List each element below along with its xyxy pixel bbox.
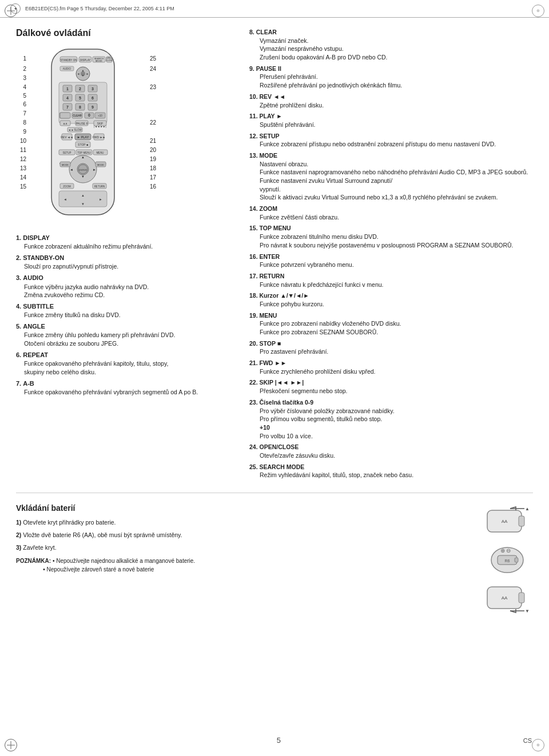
remote-wrapper: 1 2 3 4 5 6 7 8 9 10 11 12 13 14 15 — [16, 46, 233, 225]
svg-text:▲: ▲ — [525, 506, 530, 511]
svg-text:► PLAY: ► PLAY — [77, 135, 89, 139]
language-code: CS — [523, 737, 532, 744]
svg-text:PAUSE II: PAUSE II — [76, 122, 88, 125]
battery-section: Vkládání baterií 1) Otevřete kryt přihrá… — [16, 493, 533, 614]
svg-text:RETURN: RETURN — [94, 185, 105, 188]
svg-text:A-B: A-B — [63, 122, 67, 125]
corner-top-left — [5, 5, 17, 17]
right-desc-18: 18. Kurzor ▲/▼/◄/► Funkce pohybu kurzoru… — [249, 291, 533, 308]
svg-text:SETUP: SETUP — [62, 151, 71, 154]
svg-text:AUDIO: AUDIO — [63, 67, 71, 70]
svg-rect-95 — [519, 516, 524, 526]
svg-text:6: 6 — [92, 96, 94, 100]
page-number: 5 — [277, 736, 281, 745]
svg-text:8: 8 — [79, 105, 81, 109]
label-18: 18 — [150, 164, 161, 173]
label-5: 5 — [16, 91, 26, 100]
right-column: 8. CLEAR Vymazání značek.Vymazání nesprá… — [233, 28, 533, 482]
svg-text:AA: AA — [502, 519, 508, 524]
desc-item-7: 7. A-B Funkce opakovaného přehrávání vyb… — [16, 379, 233, 397]
battery-step-1: 1) Otevřete kryt přihrádky pro baterie. — [16, 518, 464, 527]
remote-illustration: STANDBY ON DISPLAY SEARCH MODE OPEN CLOS… — [29, 46, 149, 225]
svg-text:0: 0 — [88, 113, 90, 117]
left-desc-list: 1. DISPLAY Funkce zobrazení aktuálního r… — [16, 234, 233, 397]
svg-text:◄: ◄ — [63, 198, 67, 201]
svg-text:|◄◄  ►►|: |◄◄ ►►| — [94, 125, 106, 128]
svg-text:R6: R6 — [505, 559, 510, 563]
battery-images: AA ▲ R6 ⊕ ⊖ AA ▼ — [482, 503, 533, 614]
right-desc-25: 25. SEARCH MODE Režim vyhledávání kapito… — [249, 463, 533, 479]
right-desc-10: 10. REV ◄◄ Zpětné prohlížení disku. — [249, 93, 533, 109]
label-11: 11 — [16, 146, 26, 155]
svg-text:4: 4 — [66, 96, 69, 100]
svg-text:▼: ▼ — [81, 202, 85, 206]
label-15: 15 — [16, 182, 26, 191]
svg-text:⊕ ⊖: ⊕ ⊖ — [500, 547, 511, 554]
svg-text:FWD ►►: FWD ►► — [93, 135, 106, 139]
label-spacer4 — [150, 109, 161, 118]
right-desc-9: 9. PAUSE II Přerušení přehrávání.Rozšíře… — [249, 65, 533, 90]
right-desc-14: 14. ZOOM Funkce zvětšení části obrazu. — [249, 205, 533, 221]
label-9: 9 — [16, 127, 26, 137]
label-7: 7 — [16, 109, 26, 118]
svg-text:MODE: MODE — [62, 163, 69, 166]
section-title: Dálkové ovládání — [16, 28, 233, 38]
left-number-labels: 1 2 3 4 5 6 7 8 9 10 11 12 13 14 15 — [16, 51, 26, 191]
svg-rect-46 — [60, 113, 70, 118]
svg-text:►: ► — [86, 72, 89, 75]
battery-note: POZNÁMKA: • Nepoužívejte najednou alkali… — [16, 557, 464, 574]
label-23: 23 — [150, 83, 161, 91]
svg-text:REV ◄◄: REV ◄◄ — [61, 135, 73, 139]
label-24: 24 — [150, 65, 161, 74]
label-16: 16 — [150, 182, 161, 191]
svg-text:2: 2 — [79, 87, 81, 91]
svg-text:5: 5 — [79, 96, 81, 100]
right-desc-21: 21. FWD ►► Funkce zrychleného prohlížení… — [249, 359, 533, 375]
label-14: 14 — [16, 173, 26, 182]
label-4: 4 — [16, 83, 26, 91]
svg-text:▲: ▲ — [81, 155, 85, 159]
svg-text:►: ► — [99, 198, 102, 201]
svg-text:1: 1 — [66, 87, 69, 91]
svg-text:◄: ◄ — [77, 72, 80, 75]
svg-text:AA: AA — [502, 595, 508, 601]
svg-text:▼: ▼ — [81, 175, 85, 178]
right-desc-15: 15. TOP MENU Funkce zobrazení titulního … — [249, 224, 533, 249]
label-12: 12 — [16, 155, 26, 164]
svg-text:MODE: MODE — [96, 59, 102, 62]
label-1: 1 — [16, 53, 26, 65]
svg-text:▲: ▲ — [82, 69, 85, 72]
right-desc-12: 12. SETUP Funkce zobrazení přístupu nebo… — [249, 132, 533, 149]
right-desc-list: 8. CLEAR Vymazání značek.Vymazání nesprá… — [249, 28, 533, 479]
right-desc-23: 23. Číselná tlačítka 0-9 Pro výběr číslo… — [249, 398, 533, 440]
right-desc-11: 11. PLAY ► Spuštění přehrávání. — [249, 112, 533, 129]
header-file-info: E6B21ED(CS).fm Page 5 Thursday, December… — [25, 6, 174, 11]
svg-text:MENU: MENU — [96, 151, 104, 154]
svg-text:STOP ■: STOP ■ — [78, 143, 88, 146]
svg-text:STANDBY ON: STANDBY ON — [61, 59, 77, 62]
label-13: 13 — [16, 164, 26, 173]
main-content: Dálkové ovládání 1 2 3 4 5 6 7 8 9 10 11… — [0, 18, 549, 493]
page-header: ✦ E6B21ED(CS).fm Page 5 Thursday, Decemb… — [0, 0, 549, 18]
label-25: 25 — [150, 53, 161, 65]
svg-text:►: ► — [93, 168, 96, 171]
battery-step-2: 2) Vložte dvě baterie R6 (AA), obě musí … — [16, 531, 464, 540]
right-desc-22: 22. SKIP |◄◄ ►►| Přeskočení segmentu neb… — [249, 378, 533, 395]
label-21: 21 — [150, 137, 161, 146]
right-desc-16: 16. ENTER Funkce potvrzení vybraného men… — [249, 253, 533, 269]
battery-title: Vkládání baterií — [16, 503, 464, 513]
battery-text-area: Vkládání baterií 1) Otevřete kryt přihrá… — [16, 503, 464, 614]
svg-rect-105 — [519, 593, 524, 603]
svg-text:▲: ▲ — [81, 194, 85, 197]
desc-item-3: 3. AUDIO Funkce výběru jazyka audio nahr… — [16, 274, 233, 299]
label-17: 17 — [150, 173, 161, 182]
svg-text:3: 3 — [92, 87, 94, 91]
corner-top-right: ⊕ — [532, 5, 544, 17]
label-20: 20 — [150, 146, 161, 155]
battery-img-1: AA ▲ — [482, 506, 533, 537]
right-desc-19: 19. MENU Funkce pro zobrazení nabídky vl… — [249, 311, 533, 337]
battery-img-3: AA ▼ — [482, 582, 533, 614]
label-3: 3 — [16, 74, 26, 83]
svg-text:TOP MENU: TOP MENU — [77, 151, 91, 154]
right-desc-20: 20. STOP ■ Pro zastavení přehrávání. — [249, 339, 533, 356]
